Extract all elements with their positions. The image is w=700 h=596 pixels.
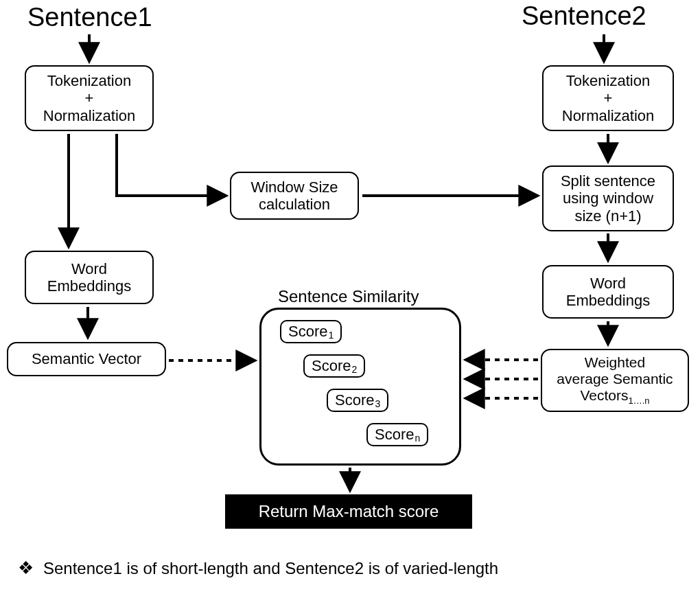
left-semantic-vector-box: Semantic Vector <box>7 342 166 376</box>
left-word-embeddings-box: WordEmbeddings <box>25 251 154 304</box>
window-size-label: Window Sizecalculation <box>250 179 338 214</box>
right-word-embeddings-label: WordEmbeddings <box>566 275 650 310</box>
left-word-embeddings-label: WordEmbeddings <box>47 260 131 295</box>
split-sentence-box: Split sentenceusing windowsize (n+1) <box>542 165 674 231</box>
right-word-embeddings-box: WordEmbeddings <box>542 265 674 319</box>
window-size-box: Window Sizecalculation <box>230 172 359 220</box>
result-label: Return Max-match score <box>259 502 439 521</box>
result-box: Return Max-match score <box>225 494 472 529</box>
score-2-chip: Score2 <box>303 354 365 378</box>
split-sentence-label: Split sentenceusing windowsize (n+1) <box>561 172 655 225</box>
left-tokenization-box: Tokenization+Normalization <box>25 65 154 131</box>
right-tokenization-label: Tokenization+Normalization <box>562 72 655 124</box>
sentence-similarity-label: Sentence Similarity <box>278 287 419 306</box>
footnote: ❖ Sentence1 is of short-length and Sente… <box>18 558 498 579</box>
left-tokenization-label: Tokenization+Normalization <box>43 72 136 124</box>
weighted-vectors-box: Weightedaverage SemanticVectors1….n <box>541 349 689 412</box>
footnote-text: Sentence1 is of short-length and Sentenc… <box>43 559 498 578</box>
sentence1-title: Sentence1 <box>27 3 152 32</box>
score-3-chip: Score3 <box>327 389 388 412</box>
right-tokenization-box: Tokenization+Normalization <box>542 65 674 131</box>
score-n-chip: Scoren <box>366 423 428 446</box>
score-1-chip: Score1 <box>280 320 342 343</box>
left-semantic-vector-label: Semantic Vector <box>32 350 141 367</box>
weighted-vectors-label: Weightedaverage SemanticVectors1….n <box>557 354 673 406</box>
diamond-bullet-icon: ❖ <box>18 558 34 579</box>
sentence2-title: Sentence2 <box>522 1 646 31</box>
